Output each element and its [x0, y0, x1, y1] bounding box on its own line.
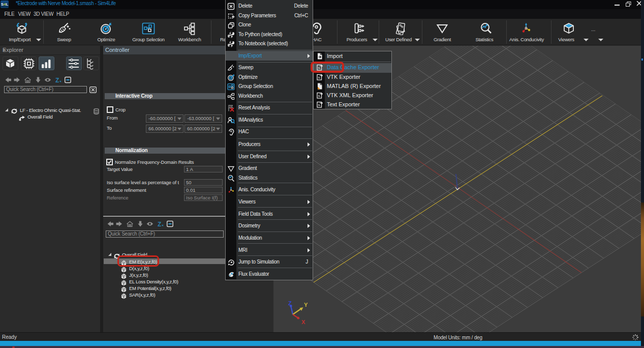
svg-text:Y: Y	[304, 302, 308, 308]
svg-text:Z: Z	[288, 300, 292, 306]
svg-text:Z: Z	[158, 221, 161, 228]
svg-text:Z: Z	[55, 77, 59, 84]
svg-text:X: X	[301, 319, 305, 325]
